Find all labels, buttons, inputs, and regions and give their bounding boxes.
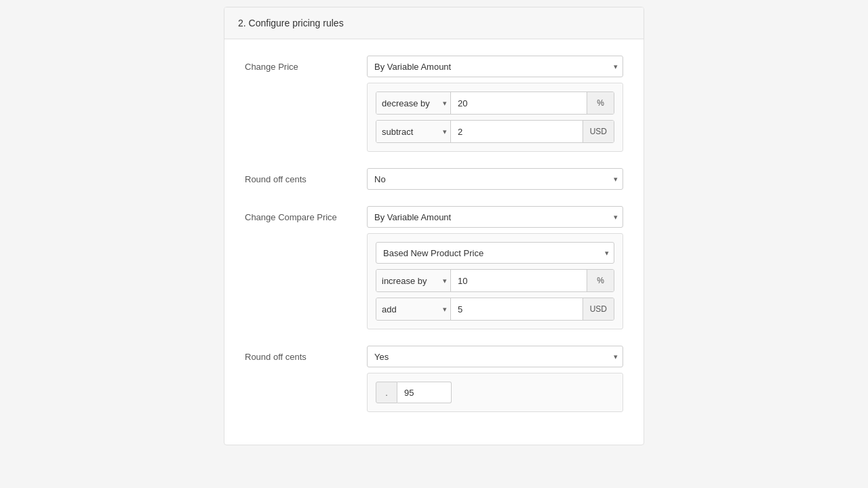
change-price-direction-wrapper[interactable]: decrease by increase by <box>376 92 451 114</box>
change-price-type-select[interactable]: By Variable Amount By Fixed Amount To Fi… <box>367 56 623 77</box>
change-compare-price-flat-unit: USD <box>583 298 614 320</box>
change-compare-price-flat-row: add subtract USD <box>376 298 614 321</box>
change-compare-price-base-select[interactable]: Based New Product Price Based Original P… <box>376 242 614 264</box>
change-price-group: Change Price By Variable Amount By Fixed… <box>245 56 623 152</box>
change-compare-price-controls: By Variable Amount By Fixed Amount To Fi… <box>367 206 623 329</box>
card-header: 2. Configure pricing rules <box>224 7 644 39</box>
change-compare-price-type-select[interactable]: By Variable Amount By Fixed Amount To Fi… <box>367 206 623 228</box>
change-price-direction-select[interactable]: decrease by increase by <box>376 92 451 114</box>
change-compare-price-percent-row: increase by decrease by % <box>376 269 614 292</box>
round-off-cents-2-group: Round off cents Yes No . <box>245 346 623 412</box>
round-off-cents-2-wrapper[interactable]: Yes No <box>367 346 623 367</box>
cents-dot-label: . <box>376 382 397 403</box>
change-price-percent-row: decrease by increase by % <box>376 92 614 115</box>
change-price-controls: By Variable Amount By Fixed Amount To Fi… <box>367 56 623 152</box>
change-price-type-wrapper[interactable]: By Variable Amount By Fixed Amount To Fi… <box>367 56 623 77</box>
change-compare-price-group: Change Compare Price By Variable Amount … <box>245 206 623 329</box>
change-price-flat-input[interactable] <box>451 121 583 142</box>
change-compare-price-direction-wrapper[interactable]: increase by decrease by <box>376 270 451 291</box>
change-price-flat-unit: USD <box>583 121 614 142</box>
change-price-flat-row: subtract add USD <box>376 120 614 143</box>
round-off-cents-2-select[interactable]: Yes No <box>367 346 623 367</box>
round-off-cents-1-group: Round off cents No Yes <box>245 168 623 190</box>
change-price-adjust-wrapper[interactable]: subtract add <box>376 121 451 142</box>
change-compare-price-base-wrapper[interactable]: Based New Product Price Based Original P… <box>376 242 614 264</box>
change-compare-price-direction-select[interactable]: increase by decrease by <box>376 270 451 291</box>
round-off-cents-1-select[interactable]: No Yes <box>367 168 623 190</box>
round-off-cents-1-controls: No Yes <box>367 168 623 190</box>
change-compare-price-label: Change Compare Price <box>245 206 367 224</box>
change-compare-price-adjust-select[interactable]: add subtract <box>376 298 451 320</box>
change-price-percent-input[interactable] <box>451 92 587 114</box>
round-off-cents-2-label: Round off cents <box>245 346 367 363</box>
change-compare-price-adjust-wrapper[interactable]: add subtract <box>376 298 451 320</box>
change-price-label: Change Price <box>245 56 367 73</box>
change-compare-price-type-wrapper[interactable]: By Variable Amount By Fixed Amount To Fi… <box>367 206 623 228</box>
change-compare-price-percent-unit: % <box>587 270 614 291</box>
change-price-percent-unit: % <box>587 92 614 114</box>
round-off-cents-1-label: Round off cents <box>245 168 367 186</box>
cents-value-input[interactable] <box>397 382 452 403</box>
round-cents-value-box: . <box>367 373 623 412</box>
section-title: 2. Configure pricing rules <box>238 18 344 28</box>
change-price-adjust-select[interactable]: subtract add <box>376 121 451 142</box>
change-price-inner-box: decrease by increase by % subtract <box>367 83 623 152</box>
configure-pricing-card: 2. Configure pricing rules Change Price … <box>224 7 644 445</box>
round-off-cents-1-wrapper[interactable]: No Yes <box>367 168 623 190</box>
round-off-cents-2-controls: Yes No . <box>367 346 623 412</box>
change-compare-price-percent-input[interactable] <box>451 270 587 291</box>
change-compare-price-inner-box: Based New Product Price Based Original P… <box>367 233 623 329</box>
card-body: Change Price By Variable Amount By Fixed… <box>224 39 644 445</box>
change-compare-price-flat-input[interactable] <box>451 298 583 320</box>
